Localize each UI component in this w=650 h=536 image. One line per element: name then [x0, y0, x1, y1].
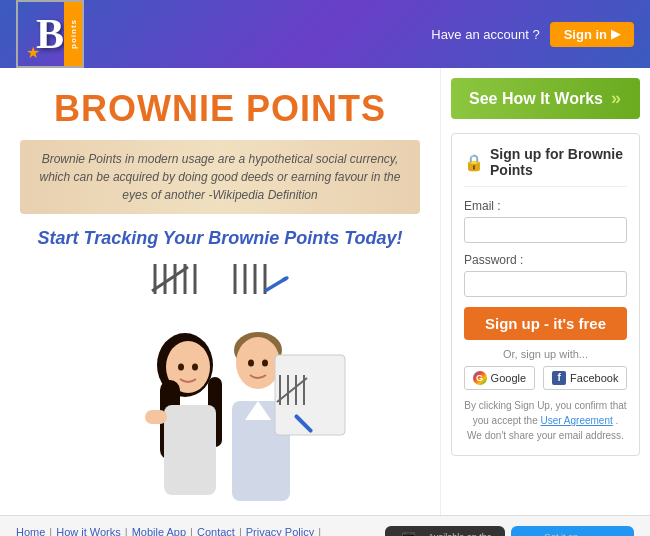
svg-rect-17 [145, 410, 167, 424]
footer-nav-how-it-works[interactable]: How it Works [56, 526, 121, 536]
app-store-button[interactable]: 📱 Available on the App Store [385, 526, 505, 536]
footer-nav-privacy[interactable]: Privacy Policy [246, 526, 314, 536]
header: B points ★ Have an account ? Sign in ▶ [0, 0, 650, 68]
footer-nav-home[interactable]: Home [16, 526, 45, 536]
footer-nav: Home | How it Works | Mobile App | Conta… [16, 526, 385, 536]
svg-rect-16 [164, 405, 216, 495]
svg-point-25 [248, 360, 254, 367]
svg-point-18 [178, 364, 184, 371]
right-section: See How It Works » 🔒 Sign up for Brownie… [440, 68, 650, 515]
google-label: Google [491, 372, 526, 384]
main-content: BROWNIE POINTS Brownie Points in modern … [0, 68, 650, 515]
logo-star-icon: ★ [26, 43, 40, 62]
tally-marks-left [150, 259, 210, 299]
nav-sep-4: | [239, 526, 242, 536]
apple-icon: 📱 [395, 532, 422, 536]
footer-nav-mobile-app[interactable]: Mobile App [132, 526, 186, 536]
header-right: Have an account ? Sign in ▶ [431, 22, 634, 47]
svg-line-4 [152, 267, 188, 291]
footer-nav-contact[interactable]: Contact [197, 526, 235, 536]
see-how-chevrons-icon: » [611, 88, 621, 109]
footer: Home | How it Works | Mobile App | Conta… [0, 515, 650, 536]
svg-point-26 [262, 360, 268, 367]
google-play-small-text: Get it on [544, 532, 624, 536]
signin-arrow-icon: ▶ [611, 27, 620, 41]
google-play-icon: ▶ [521, 532, 538, 536]
signup-free-label: Sign up - it's free [485, 315, 606, 332]
facebook-icon: f [552, 371, 566, 385]
have-account-label: Have an account ? [431, 27, 539, 42]
nav-sep-1: | [49, 526, 52, 536]
tally-marks-right [230, 259, 290, 299]
app-store-text: Available on the App Store [428, 532, 495, 536]
signup-box: 🔒 Sign up for Brownie Points Email : Pas… [451, 133, 640, 456]
svg-point-21 [236, 337, 280, 389]
footer-left: Home | How it Works | Mobile App | Conta… [16, 526, 385, 536]
svg-point-19 [192, 364, 198, 371]
signin-label: Sign in [564, 27, 607, 42]
see-how-label: See How It Works [469, 90, 603, 108]
lock-icon: 🔒 [464, 153, 484, 172]
logo-points-text: points [69, 19, 78, 49]
google-play-text: Get it on Google play [544, 532, 624, 536]
logo: B points ★ [16, 0, 84, 68]
see-how-button[interactable]: See How It Works » [451, 78, 640, 119]
password-label: Password : [464, 253, 627, 267]
google-icon: G [473, 371, 487, 385]
user-agreement-link[interactable]: User Agreement [541, 415, 613, 426]
or-text: Or, sign up with... [464, 348, 627, 360]
page-title: BROWNIE POINTS [54, 88, 386, 130]
signup-header: 🔒 Sign up for Brownie Points [464, 146, 627, 187]
social-buttons: G Google f Facebook [464, 366, 627, 390]
email-input[interactable] [464, 217, 627, 243]
app-buttons: 📱 Available on the App Store ▶ Get it on… [385, 526, 634, 536]
nav-sep-2: | [125, 526, 128, 536]
app-store-small-text: Available on the [428, 532, 495, 536]
signup-free-button[interactable]: Sign up - it's free [464, 307, 627, 340]
password-input[interactable] [464, 271, 627, 297]
facebook-signup-button[interactable]: f Facebook [543, 366, 627, 390]
signup-header-label: Sign up for Brownie Points [490, 146, 627, 178]
google-signup-button[interactable]: G Google [464, 366, 535, 390]
facebook-label: Facebook [570, 372, 618, 384]
left-section: BROWNIE POINTS Brownie Points in modern … [0, 68, 440, 515]
email-label: Email : [464, 199, 627, 213]
tracking-text: Start Tracking Your Brownie Points Today… [37, 228, 402, 249]
logo-letter: B [36, 10, 64, 58]
signin-button[interactable]: Sign in ▶ [550, 22, 634, 47]
tally-area [150, 259, 290, 299]
couple-illustration [80, 305, 360, 505]
nav-sep-5: | [318, 526, 321, 536]
logo-points-label: points [64, 2, 82, 66]
nav-sep-3: | [190, 526, 193, 536]
quote-box: Brownie Points in modern usage are a hyp… [20, 140, 420, 214]
google-play-button[interactable]: ▶ Get it on Google play [511, 526, 634, 536]
terms-text: By clicking Sign Up, you confirm that yo… [464, 398, 627, 443]
